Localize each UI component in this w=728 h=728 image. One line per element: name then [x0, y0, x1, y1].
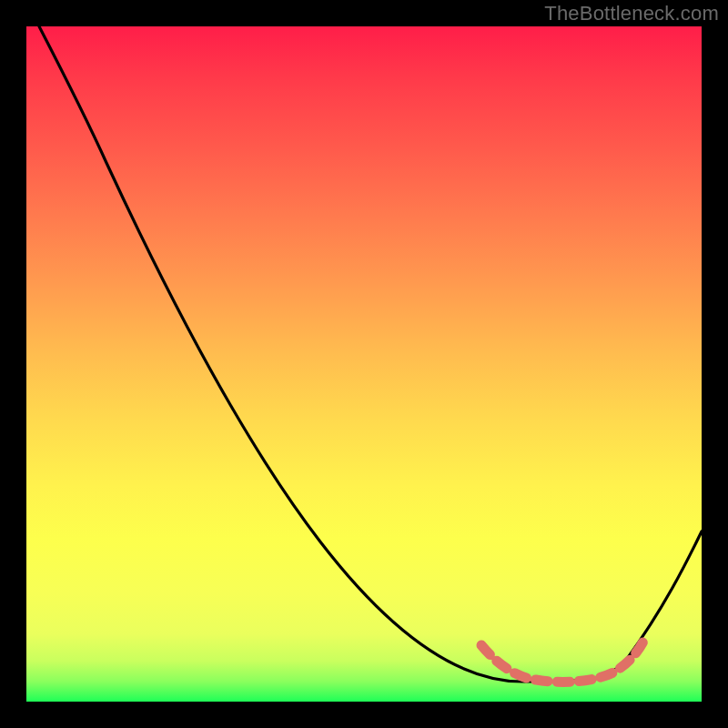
chart-container: TheBottleneck.com: [0, 0, 728, 728]
plot-area: [26, 26, 702, 702]
watermark-text: TheBottleneck.com: [544, 2, 719, 25]
chart-svg: [26, 26, 702, 702]
optimal-range-marker: [481, 638, 645, 682]
bottleneck-curve: [39, 26, 702, 682]
